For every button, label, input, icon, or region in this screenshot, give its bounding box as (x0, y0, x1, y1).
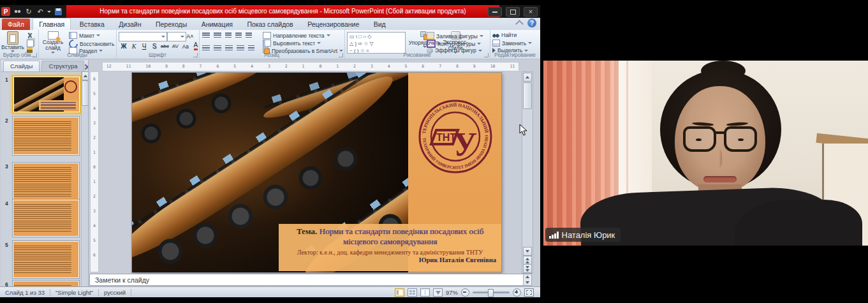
line-spacing-icon[interactable] (246, 33, 252, 38)
status-slide-position[interactable]: Слайд 1 из 33 (0, 289, 50, 296)
fit-to-window-icon[interactable] (524, 288, 534, 297)
find-button[interactable]: Найти (492, 32, 517, 38)
increase-font-button[interactable]: A˄ (185, 32, 195, 40)
italic-button[interactable]: К (129, 42, 139, 50)
status-theme[interactable]: "Simple Light" (50, 289, 99, 296)
tab-insert[interactable]: Вставка (74, 18, 110, 30)
reading-view-button[interactable] (420, 288, 430, 297)
change-case-button[interactable]: Aa (180, 42, 191, 50)
redo-icon[interactable]: ↻ (24, 7, 33, 16)
tab-file[interactable]: Файл (2, 18, 30, 30)
slide-thumbnail-4[interactable]: 4 (1, 199, 80, 237)
replace-button[interactable]: Заменить (492, 40, 532, 47)
align-right-icon[interactable] (225, 45, 233, 51)
decrease-indent-icon[interactable] (225, 33, 232, 38)
panel-scroll-up-icon[interactable] (82, 71, 89, 80)
paragraph-dialog-launcher-icon[interactable] (339, 53, 343, 57)
slide-thumbnail-6[interactable]: 6 (1, 280, 80, 286)
slide-thumbnail-3[interactable]: 3 (1, 162, 80, 200)
copy-button[interactable] (27, 40, 34, 47)
zoom-in-icon[interactable] (513, 288, 521, 297)
normal-view-button[interactable] (395, 288, 404, 297)
collapse-ribbon-icon[interactable] (515, 20, 524, 28)
undo-dropdown-icon[interactable] (47, 11, 51, 13)
panel-scrollbar[interactable] (81, 71, 88, 286)
find-icon[interactable] (13, 7, 22, 16)
undo-icon[interactable]: ↶ (36, 7, 45, 16)
shapes-gallery[interactable]: ▭ \ □ ○ ◇ △ } ⇨ ☆ ▽ ~ ( ) ☆ = (347, 32, 406, 54)
underline-button[interactable]: Ч (139, 42, 149, 50)
tab-design[interactable]: Дизайн (113, 18, 147, 30)
panel-tab-outline[interactable]: Структура (41, 61, 84, 71)
status-language[interactable]: русский (99, 289, 131, 296)
tab-view[interactable]: Вид (368, 18, 392, 30)
zoom-slider[interactable] (473, 292, 510, 293)
scroll-down-icon[interactable] (523, 247, 532, 256)
save-icon[interactable] (54, 7, 63, 16)
tab-animations[interactable]: Анимация (196, 18, 239, 30)
text-shadow-button[interactable]: S (149, 42, 159, 50)
panel-tab-slides[interactable]: Слайды (3, 61, 40, 71)
slide-sorter-view-button[interactable] (408, 288, 417, 297)
close-button[interactable]: × (524, 7, 538, 17)
vertical-ruler[interactable]: 6 5 4 3 2 1 0 1 2 3 4 5 6 (90, 71, 99, 272)
powerpoint-icon[interactable]: P (1, 7, 10, 16)
align-text-button[interactable]: Выровнять текст (263, 40, 321, 47)
font-name-select[interactable] (119, 32, 167, 41)
slide-thumbnail-2[interactable]: 2 (1, 116, 80, 154)
shapes-row: ▭ \ □ ○ ◇ (349, 33, 403, 40)
font-dialog-launcher-icon[interactable] (193, 53, 198, 57)
align-center-icon[interactable] (214, 45, 221, 51)
participant-video[interactable]: Наталія Юрик (543, 61, 868, 246)
shape-effects-button[interactable]: Эффекты фигур (427, 47, 482, 54)
bold-button[interactable]: Ж (119, 42, 129, 50)
paste-button[interactable]: Вставить (2, 31, 24, 52)
slide-thumbnail-5[interactable]: 5 (1, 240, 80, 279)
minimize-button[interactable] (488, 7, 502, 17)
layout-button[interactable]: Макет (69, 32, 100, 39)
slide-canvas[interactable]: ТЕРНОПІЛЬСЬКИЙ НАЦІОНАЛЬНИЙ ТЕХНІЧНИЙ УН… (132, 73, 501, 272)
numbering-icon[interactable] (214, 33, 221, 38)
tab-slideshow[interactable]: Показ слайдов (241, 18, 298, 30)
mouse-cursor (519, 124, 528, 137)
align-left-icon[interactable] (202, 45, 210, 51)
previous-slide-button[interactable] (523, 256, 532, 265)
tab-review[interactable]: Рецензирование (302, 18, 365, 30)
help-icon[interactable]: ? (527, 18, 536, 27)
zoom-slider-thumb[interactable] (488, 289, 494, 297)
restore-button[interactable] (506, 7, 520, 17)
scroll-up-icon[interactable] (523, 73, 532, 82)
notes-scrollbar[interactable] (523, 274, 531, 285)
justify-icon[interactable] (237, 45, 244, 51)
char-spacing-button[interactable]: AV (170, 42, 180, 50)
status-right-controls: 97% (395, 288, 540, 297)
notes-field[interactable]: Заметки к слайду (89, 274, 532, 286)
horizontal-ruler[interactable]: 12 11 10 9 8 7 6 5 4 3 2 1 0 1 2 3 4 5 6… (102, 62, 519, 71)
panel-close-icon[interactable] (84, 64, 85, 70)
title-bar[interactable]: P ↻ ↶ Норми та стандарти поведінки посад… (0, 5, 540, 18)
zoom-level[interactable]: 97% (446, 289, 458, 296)
ribbon: Вставить Буфер обм... Создать слайд Маке… (0, 30, 540, 59)
tab-transitions[interactable]: Переходы (150, 18, 193, 30)
slideshow-view-button[interactable] (433, 288, 443, 297)
slide-thumbnail-1[interactable]: 1 (1, 75, 80, 112)
next-slide-button[interactable] (523, 264, 532, 273)
panel-scrollbar-thumb[interactable] (82, 80, 89, 106)
increase-indent-icon[interactable] (235, 33, 242, 38)
strikethrough-button[interactable]: abc (159, 42, 170, 50)
tab-home[interactable]: Главная (33, 18, 71, 30)
font-size-select[interactable] (167, 32, 186, 41)
slide-scrollbar-thumb[interactable] (523, 82, 532, 109)
thumbnail-4-preview (13, 200, 78, 236)
notes-scroll-up-icon[interactable] (526, 276, 529, 278)
clipboard-dialog-launcher-icon[interactable] (33, 53, 37, 57)
columns-icon[interactable] (248, 45, 254, 51)
cut-button[interactable] (27, 33, 33, 38)
notes-scroll-down-icon[interactable] (526, 281, 529, 284)
slide-scrollbar[interactable] (522, 71, 533, 274)
slide-title-block[interactable]: Тема. Норми та стандарти поведінки посад… (279, 224, 501, 271)
zoom-out-icon[interactable] (461, 288, 469, 297)
bullets-icon[interactable] (202, 33, 210, 38)
text-direction-button[interactable]: Направление текста (263, 32, 330, 39)
new-slide-button[interactable]: Создать слайд (40, 31, 66, 54)
